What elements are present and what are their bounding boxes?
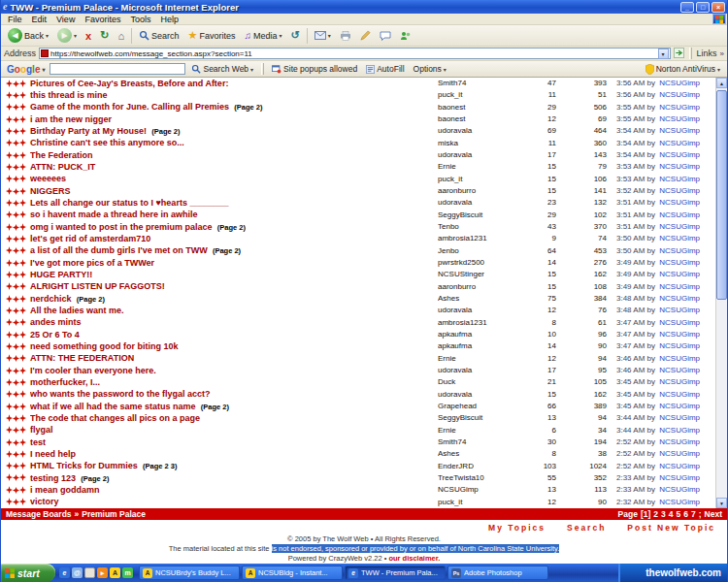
topic-title-link[interactable]: who wants the password to the flygal acc… [30, 389, 211, 399]
print-button[interactable] [336, 26, 355, 46]
topic-author[interactable]: Tenbo [438, 221, 523, 233]
topic-title-link[interactable]: motherfucker, I... [30, 377, 100, 387]
scrollbar-thumb[interactable] [716, 90, 727, 300]
topic-title-link[interactable]: testing 123 [30, 473, 76, 483]
last-post-user-link[interactable]: NCSUGimp [659, 426, 700, 435]
topic-title-link[interactable]: NIGGERS [30, 186, 71, 196]
topic-author[interactable]: udoravala [438, 365, 523, 376]
messenger-button[interactable] [396, 26, 415, 46]
last-post-user-link[interactable]: NCSUGimp [659, 402, 700, 410]
options-button[interactable]: Options ▾ [411, 62, 449, 77]
search-button[interactable]: Search [135, 26, 183, 46]
topic-title-link[interactable]: HUGE PARTY!! [30, 270, 92, 279]
autofill-button[interactable]: AutoFill [363, 62, 407, 77]
topic-author[interactable]: ambrosia1231 [438, 233, 523, 244]
last-post-user-link[interactable]: NCSUGimp [659, 485, 700, 494]
topic-title-link[interactable]: ALRIGHT LISTEN UP FAGGOTS! [30, 281, 165, 291]
mail-dropdown-icon[interactable]: ▾ [328, 32, 331, 39]
topic-title-link[interactable]: so i havent made a thread here in awhile [30, 210, 198, 219]
topic-author[interactable]: ambrosia1231 [438, 317, 523, 329]
last-post-user-link[interactable]: NCSUGimp [659, 246, 700, 255]
topic-author[interactable]: puck_it [438, 497, 523, 508]
close-button[interactable]: × [711, 2, 725, 13]
topic-pages[interactable]: (Page 2) [151, 127, 180, 136]
topic-title-link[interactable]: 25 Or 6 To 4 [30, 330, 80, 340]
last-post-user-link[interactable]: NCSUGimp [659, 126, 700, 135]
topic-title-link[interactable]: victory [30, 497, 59, 506]
back-dropdown-icon[interactable]: ▾ [46, 32, 49, 39]
mail-button[interactable]: ▾ [311, 26, 335, 46]
menu-view[interactable]: View [51, 15, 80, 24]
edit-button[interactable] [356, 26, 375, 46]
taskbar-task-button[interactable]: NCSUBldg - Instant... [242, 566, 343, 580]
pagination-page-link[interactable]: 3 [661, 509, 666, 519]
topic-title-link[interactable]: let's get rid of amsterdam710 [30, 234, 150, 243]
history-button[interactable]: ↺ [287, 26, 304, 46]
links-chevron-icon[interactable]: » [720, 49, 724, 58]
refresh-button[interactable]: ↻ [96, 26, 113, 46]
show-desktop-icon[interactable] [84, 567, 95, 578]
topic-title-link[interactable]: ATTN: PUCK_IT [30, 162, 95, 172]
topic-author[interactable]: Duck [438, 376, 523, 388]
topic-title-link[interactable]: weeeees [30, 174, 66, 183]
topic-title-link[interactable]: what if we all had the same status name [30, 402, 196, 411]
google-search-input[interactable] [50, 63, 185, 75]
address-field[interactable]: ▾ [39, 48, 671, 59]
topic-author[interactable]: baonest [438, 113, 523, 125]
topic-author[interactable]: udoravala [438, 389, 523, 401]
last-post-user-link[interactable]: NCSUGimp [659, 210, 700, 219]
topic-pages[interactable]: (Page 2) [77, 295, 105, 304]
topic-title-link[interactable]: Birthday Party at My House! [30, 126, 147, 136]
menu-edit[interactable]: Edit [27, 15, 52, 24]
topic-author[interactable]: puck_it [438, 89, 523, 101]
last-post-user-link[interactable]: NCSUGimp [659, 354, 700, 363]
search-link[interactable]: Search [567, 523, 606, 533]
topic-title-link[interactable]: Game of the month for June. Calling all … [30, 102, 229, 112]
popup-blocker-button[interactable]: Site popups allowed [269, 62, 360, 77]
topic-author[interactable]: SeggyBiscuit [438, 210, 523, 221]
topic-pages[interactable]: (Page 2) [234, 103, 262, 112]
last-post-user-link[interactable]: NCSUGimp [659, 341, 700, 350]
topic-author[interactable]: EnderJRD [438, 461, 523, 472]
title-bar[interactable]: e TWW - Premium Palace - Microsoft Inter… [1, 0, 727, 14]
last-post-user-link[interactable]: NCSUGimp [659, 498, 700, 506]
topic-title-link[interactable]: All the ladies want me. [30, 306, 124, 315]
my-topics-link[interactable]: My Topics [488, 523, 546, 533]
topic-author[interactable]: baonest [438, 102, 523, 113]
topic-author[interactable]: Grapehead [438, 401, 523, 412]
topic-title-link[interactable]: test [30, 437, 46, 447]
last-post-user-link[interactable]: NCSUGimp [659, 198, 700, 207]
last-post-user-link[interactable]: NCSUGimp [659, 377, 700, 386]
aim-icon[interactable] [110, 567, 120, 578]
topic-author[interactable]: Ashes [438, 448, 523, 460]
links-label[interactable]: Links [697, 48, 717, 58]
topic-title-link[interactable]: I need help [30, 449, 76, 459]
pagination-page-link[interactable]: 5 [677, 509, 681, 519]
topic-author[interactable]: udoravala [438, 125, 523, 137]
media-player-icon[interactable] [97, 567, 108, 578]
home-button[interactable]: ⌂ [114, 26, 128, 46]
start-button[interactable]: start [1, 564, 55, 582]
norton-dropdown-icon[interactable]: ▾ [717, 66, 720, 73]
topic-title-link[interactable]: this thread is mine [30, 90, 108, 100]
last-post-user-link[interactable]: NCSUGimp [659, 390, 700, 399]
topic-author[interactable]: NCSUGimp [438, 484, 523, 496]
menu-help[interactable]: Help [155, 15, 183, 24]
topic-author[interactable]: Ernie [438, 425, 523, 436]
last-post-user-link[interactable]: NCSUGimp [659, 437, 700, 446]
topic-title-link[interactable]: Christine can't see this anymore so... [30, 138, 184, 147]
topic-author[interactable]: Ernie [438, 161, 523, 173]
topic-author[interactable]: Ernie [438, 353, 523, 365]
topic-title-link[interactable]: need something good for biting 10k [30, 341, 179, 351]
topic-author[interactable]: pwrstrkd2500 [438, 257, 523, 269]
topic-title-link[interactable]: I'm cooler than everyone here. [30, 366, 156, 375]
outlook-express-icon[interactable] [72, 567, 83, 578]
topic-author[interactable]: Smith74 [438, 78, 523, 89]
topic-pages[interactable]: (Page 2) [217, 223, 246, 232]
topic-pages[interactable]: (Page 2) [81, 474, 109, 483]
topic-pages[interactable]: (Page 2 3) [143, 462, 177, 470]
last-post-user-link[interactable]: NCSUGimp [659, 449, 700, 458]
scroll-down-button[interactable]: ▼ [716, 498, 727, 508]
last-post-user-link[interactable]: NCSUGimp [659, 234, 700, 242]
last-post-user-link[interactable]: NCSUGimp [659, 114, 700, 123]
